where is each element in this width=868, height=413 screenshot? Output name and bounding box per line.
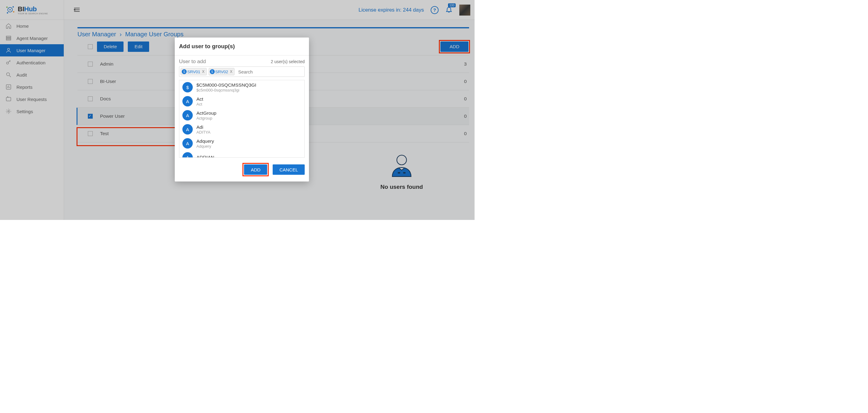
group-checkbox[interactable] [88,114,93,119]
user-list-item[interactable]: A AdiADITYA [179,122,304,136]
user-subtext: $c5m000-0sqcmssnq3gi [196,88,256,92]
sidebar-item-agent-manager[interactable]: Agent Manager [0,32,64,44]
svg-point-29 [403,172,404,173]
group-checkbox[interactable] [88,131,93,136]
logo[interactable]: BIHub YOUR BI SEARCH ENGINE [0,0,64,20]
search-icon [5,72,11,78]
help-icon: ? [433,7,436,12]
chip-remove-button[interactable]: X [202,69,205,74]
group-checkbox[interactable] [88,62,93,66]
sidebar-item-label: Authentication [17,60,45,65]
sidebar-item-user-manager[interactable]: User Manager [0,44,64,57]
modal-title: Add user to group(s) [175,37,309,56]
modal-cancel-button[interactable]: CANCEL [273,164,305,175]
group-checkbox[interactable] [88,96,93,101]
notifications-button[interactable]: 100 [445,6,453,14]
help-button[interactable]: ? [431,6,439,14]
page-accent-bar [78,27,469,28]
user-chip-input[interactable]: S SRV01 X S SRV02 X [179,66,305,77]
logo-text-2: Hub [24,5,37,13]
user-subtext: Actgroup [196,116,216,121]
svg-point-28 [399,172,400,173]
user-name: $C5M000-0SQCMSSNQ3GI [196,82,256,88]
svg-rect-14 [6,37,11,38]
user-list-item[interactable]: A ActGroupActgroup [179,108,304,122]
logo-mark-icon [5,5,15,15]
modal-selected-count: 2 user(s) selected [271,59,305,64]
user-subtext: Adquery [196,144,214,149]
user-avatar[interactable] [459,5,470,15]
notifications-count-badge: 100 [448,3,456,7]
user-subtext: Act [196,102,203,106]
user-avatar-icon: $ [182,82,193,92]
user-search-input[interactable] [236,69,303,75]
logo-tagline: YOUR BI SEARCH ENGINE [18,12,48,14]
user-chip: S SRV02 X [209,68,235,75]
sidebar: Home Agent Manager User Manager Authenti… [0,20,64,220]
inbox-icon [5,96,11,102]
add-button[interactable]: ADD [440,41,468,52]
breadcrumb: User Manager › Manage User Groups [78,31,469,38]
user-avatar-icon: A [182,124,193,134]
user-avatar-icon: A [182,96,193,106]
user-subtext: ADITYA [196,130,211,134]
sidebar-item-audit[interactable]: Audit [0,69,64,81]
modal-field-label: User to add [179,59,206,65]
svg-rect-15 [6,39,11,40]
user-chip: S SRV01 X [181,68,207,75]
sidebar-item-label: Reports [17,85,33,90]
chip-badge: S [210,69,215,74]
key-icon [5,60,11,66]
modal-add-button[interactable]: ADD [244,164,267,175]
user-list-item[interactable]: A ADRIAN [179,150,304,158]
svg-point-2 [6,6,8,8]
sidebar-item-settings[interactable]: Settings [0,105,64,118]
sidebar-item-home[interactable]: Home [0,20,64,32]
chip-label: SRV02 [215,69,228,74]
sidebar-item-reports[interactable]: Reports [0,81,64,93]
sidebar-item-label: Audit [17,72,27,77]
sidebar-item-user-requests[interactable]: User Requests [0,93,64,105]
sidebar-item-label: Home [17,24,29,29]
select-all-checkbox[interactable] [88,44,93,49]
user-name: ActGroup [196,110,216,116]
svg-rect-24 [6,97,11,101]
logo-text-1: BI [18,5,24,13]
user-list-item[interactable]: A ActAct [179,94,304,108]
chip-remove-button[interactable]: X [230,69,232,74]
group-detail-panel: No users found [334,60,469,220]
svg-point-25 [8,111,9,112]
chip-badge: S [182,69,187,74]
user-avatar-icon: A [182,110,193,121]
user-name: ADRIAN [196,155,214,158]
add-user-modal: Add user to group(s) User to add 2 user(… [175,37,309,182]
breadcrumb-root[interactable]: User Manager [78,31,116,37]
sidebar-item-label: User Requests [17,97,46,102]
user-list-item[interactable]: A AdqueryAdquery [179,136,304,150]
chip-label: SRV01 [187,69,200,74]
empty-state: No users found [334,152,469,190]
svg-line-19 [9,76,11,77]
user-icon [5,47,11,53]
sidebar-collapse-button[interactable] [72,5,81,14]
home-icon [5,23,11,29]
breadcrumb-leaf[interactable]: Manage User Groups [125,31,184,37]
user-suggestion-list[interactable]: $ $C5M000-0SQCMSSNQ3GI$c5m000-0sqcmssnq3… [179,80,305,158]
topbar: BIHub YOUR BI SEARCH ENGINE License expi… [0,0,474,20]
svg-point-1 [9,9,11,10]
sidebar-item-label: User Manager [17,48,45,53]
delete-button[interactable]: Delete [97,41,124,52]
group-checkbox[interactable] [88,79,93,84]
empty-state-text: No users found [380,184,423,190]
sidebar-item-authentication[interactable]: Authentication [0,57,64,69]
user-name: Adi [196,124,211,130]
svg-point-4 [13,11,14,12]
user-name: Adquery [196,138,214,144]
chevron-right-icon: › [120,31,122,37]
user-list-item[interactable]: $ $C5M000-0SQCMSSNQ3GI$c5m000-0sqcmssnq3… [179,80,304,94]
edit-button[interactable]: Edit [128,41,149,52]
user-avatar-icon: A [182,152,193,158]
user-avatar-icon: A [182,138,193,149]
svg-point-27 [398,172,399,173]
svg-rect-13 [6,36,11,37]
